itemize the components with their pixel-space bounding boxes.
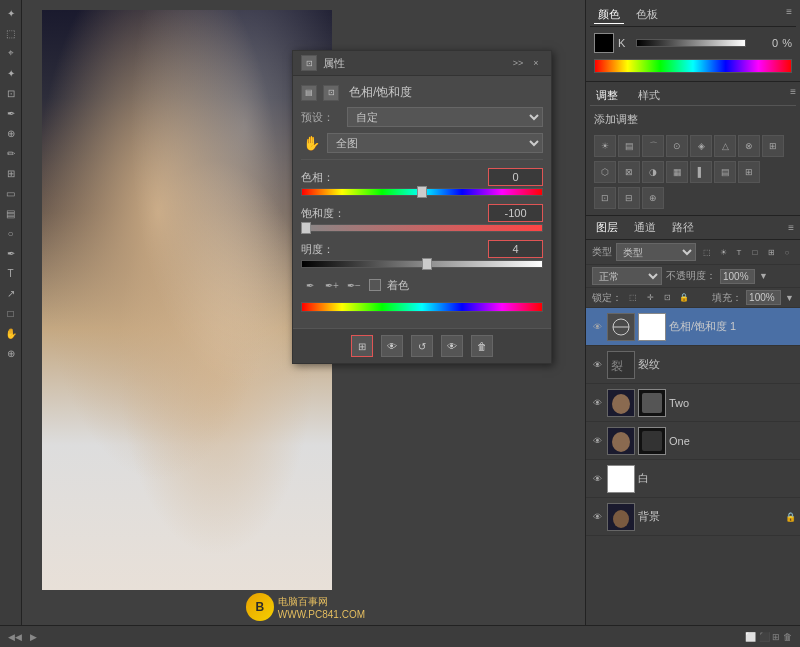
adj-exposure-btn[interactable]: ⊙ bbox=[666, 135, 688, 157]
lum-value[interactable]: 4 bbox=[488, 240, 543, 258]
adj-thresh-btn[interactable]: ▌ bbox=[690, 161, 712, 183]
lock-all-icon[interactable]: 🔒 bbox=[677, 291, 691, 305]
tool-dodge[interactable]: ○ bbox=[2, 224, 20, 242]
layer-row-bg[interactable]: 👁 背景 🔒 bbox=[586, 498, 800, 536]
filter-toggle[interactable]: ○ bbox=[780, 245, 794, 259]
type-select[interactable]: 类型 bbox=[616, 243, 696, 261]
layer-eye-one[interactable]: 👁 bbox=[590, 434, 604, 448]
filter-smart-icon[interactable]: ⊞ bbox=[764, 245, 778, 259]
adj-extra1-btn[interactable]: ⊡ bbox=[594, 187, 616, 209]
filter-adj-icon[interactable]: ☀ bbox=[716, 245, 730, 259]
panel-menu-btn[interactable]: ≡ bbox=[786, 6, 792, 24]
layer-row-crack[interactable]: 👁 裂 裂纹 bbox=[586, 346, 800, 384]
blend-mode-select[interactable]: 正常 bbox=[592, 267, 662, 285]
channel-select[interactable]: 全图 bbox=[327, 133, 543, 153]
props-close-btn[interactable]: × bbox=[529, 56, 543, 70]
tab-styles[interactable]: 样式 bbox=[632, 86, 666, 105]
footer-clip-btn[interactable]: ⊞ bbox=[351, 335, 373, 357]
sat-value[interactable]: -100 bbox=[488, 204, 543, 222]
layer-eye-bg[interactable]: 👁 bbox=[590, 510, 604, 524]
tool-brush[interactable]: ✏ bbox=[2, 144, 20, 162]
tool-path[interactable]: ↗ bbox=[2, 284, 20, 302]
adj-extra3-btn[interactable]: ⊕ bbox=[642, 187, 664, 209]
layer-eye-hsl[interactable]: 👁 bbox=[590, 320, 604, 334]
adj-curves-btn[interactable]: ⌒ bbox=[642, 135, 664, 157]
layer-row-two[interactable]: 👁 Two bbox=[586, 384, 800, 422]
eyedrop-sub-tool[interactable]: ✒− bbox=[345, 276, 363, 294]
adj-poster-btn[interactable]: ▦ bbox=[666, 161, 688, 183]
lock-move-icon[interactable]: ✛ bbox=[643, 291, 657, 305]
adj-colorbal-btn[interactable]: ⊗ bbox=[738, 135, 760, 157]
filter-pixel-icon[interactable]: ⬚ bbox=[700, 245, 714, 259]
hand-tool-icon[interactable]: ✋ bbox=[301, 133, 321, 153]
status-icon1[interactable]: ⬜ bbox=[745, 632, 756, 642]
layer-row-one[interactable]: 👁 One bbox=[586, 422, 800, 460]
layer-eye-white[interactable]: 👁 bbox=[590, 472, 604, 486]
lock-artboard-icon[interactable]: ⊡ bbox=[660, 291, 674, 305]
tool-move[interactable]: ✦ bbox=[2, 4, 20, 22]
adj-vibrance-btn[interactable]: ◈ bbox=[690, 135, 712, 157]
filter-shape-icon[interactable]: □ bbox=[748, 245, 762, 259]
tool-eyedrop[interactable]: ✒ bbox=[2, 104, 20, 122]
adj-hsl-btn[interactable]: △ bbox=[714, 135, 736, 157]
layer-row-white[interactable]: 👁 白 bbox=[586, 460, 800, 498]
tool-gradient[interactable]: ▤ bbox=[2, 204, 20, 222]
tab-layers[interactable]: 图层 bbox=[592, 219, 622, 236]
adj-gradient-map-btn[interactable]: ▤ bbox=[714, 161, 736, 183]
opacity-arrow[interactable]: ▼ bbox=[759, 271, 768, 281]
tool-zoom[interactable]: ⊕ bbox=[2, 344, 20, 362]
preset-select[interactable]: 自定 bbox=[347, 107, 543, 127]
adj-channel-btn[interactable]: ⊠ bbox=[618, 161, 640, 183]
lum-thumb[interactable] bbox=[422, 258, 432, 270]
colorize-checkbox[interactable] bbox=[369, 279, 381, 291]
footer-reset-btn[interactable]: ↺ bbox=[411, 335, 433, 357]
adj-invert-btn[interactable]: ◑ bbox=[642, 161, 664, 183]
tool-eraser[interactable]: ▭ bbox=[2, 184, 20, 202]
sat-thumb[interactable] bbox=[301, 222, 311, 234]
hue-thumb[interactable] bbox=[417, 186, 427, 198]
fill-arrow[interactable]: ▼ bbox=[785, 293, 794, 303]
tab-paths[interactable]: 路径 bbox=[668, 219, 698, 236]
k-slider[interactable] bbox=[636, 39, 746, 47]
tool-lasso[interactable]: ⌖ bbox=[2, 44, 20, 62]
adj-levels-btn[interactable]: ▤ bbox=[618, 135, 640, 157]
footer-eye-btn[interactable]: 👁 bbox=[381, 335, 403, 357]
tool-select[interactable]: ⬚ bbox=[2, 24, 20, 42]
status-icon3[interactable]: ⊞ bbox=[772, 632, 780, 642]
hue-value[interactable]: 0 bbox=[488, 168, 543, 186]
tab-adjustments[interactable]: 调整 bbox=[590, 86, 624, 105]
adj-bright-btn[interactable]: ☀ bbox=[594, 135, 616, 157]
opacity-input[interactable] bbox=[720, 269, 755, 284]
adj-extra2-btn[interactable]: ⊟ bbox=[618, 187, 640, 209]
tool-hand[interactable]: ✋ bbox=[2, 324, 20, 342]
footer-view-btn[interactable]: 👁 bbox=[441, 335, 463, 357]
tab-color[interactable]: 颜色 bbox=[594, 6, 624, 24]
tool-wand[interactable]: ✦ bbox=[2, 64, 20, 82]
lock-pixel-icon[interactable]: ⬚ bbox=[626, 291, 640, 305]
layer-eye-two[interactable]: 👁 bbox=[590, 396, 604, 410]
filter-type-icon[interactable]: T bbox=[732, 245, 746, 259]
adj-selective-btn[interactable]: ⊞ bbox=[738, 161, 760, 183]
tool-heal[interactable]: ⊕ bbox=[2, 124, 20, 142]
status-icon4[interactable]: 🗑 bbox=[783, 632, 792, 642]
sat-track[interactable] bbox=[301, 224, 543, 232]
tool-crop[interactable]: ⊡ bbox=[2, 84, 20, 102]
tool-stamp[interactable]: ⊞ bbox=[2, 164, 20, 182]
tool-pen[interactable]: ✒ bbox=[2, 244, 20, 262]
layer-row-hsl[interactable]: 👁 色相/饱和度 1 bbox=[586, 308, 800, 346]
tool-shape[interactable]: □ bbox=[2, 304, 20, 322]
fill-input[interactable] bbox=[746, 290, 781, 305]
props-expand-btn[interactable]: >> bbox=[511, 56, 525, 70]
eyedrop-sample-tool[interactable]: ✒ bbox=[301, 276, 319, 294]
tab-swatches[interactable]: 色板 bbox=[632, 6, 662, 24]
status-nav2[interactable]: ▶ bbox=[30, 632, 37, 642]
footer-delete-btn[interactable]: 🗑 bbox=[471, 335, 493, 357]
layers-menu-btn[interactable]: ≡ bbox=[788, 222, 794, 233]
status-nav1[interactable]: ◀◀ bbox=[8, 632, 22, 642]
tab-channels[interactable]: 通道 bbox=[630, 219, 660, 236]
color-swatch[interactable] bbox=[594, 33, 614, 53]
status-icon2[interactable]: ⬛ bbox=[759, 632, 770, 642]
adj-photo-btn[interactable]: ⬡ bbox=[594, 161, 616, 183]
tool-type[interactable]: T bbox=[2, 264, 20, 282]
layer-eye-crack[interactable]: 👁 bbox=[590, 358, 604, 372]
